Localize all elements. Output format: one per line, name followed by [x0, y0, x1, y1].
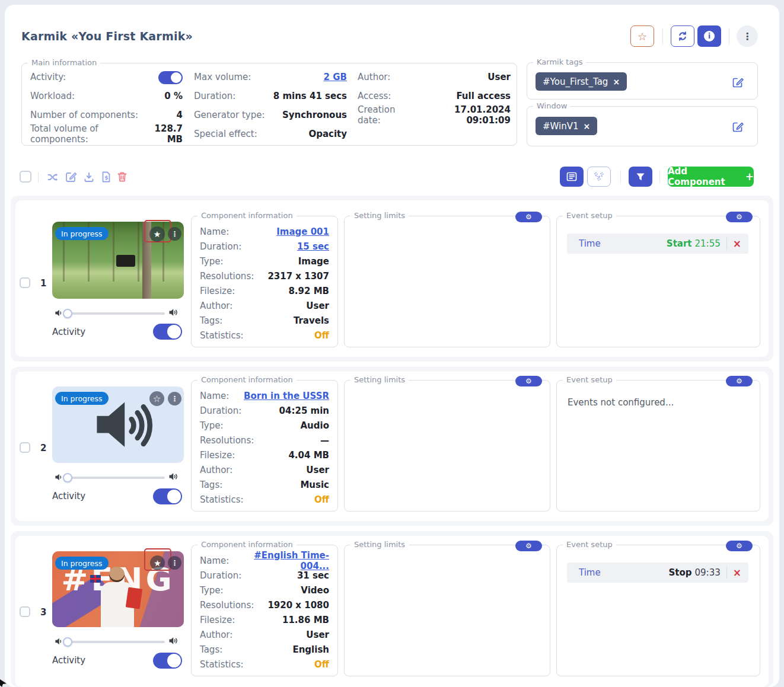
workload-label: Workload:: [30, 91, 75, 101]
volume-slider-knob[interactable]: [63, 473, 72, 483]
status-badge: In progress: [55, 557, 109, 570]
tree-view-button[interactable]: [587, 167, 611, 187]
gear-icon: ⚙: [525, 377, 532, 385]
event-settings-button[interactable]: ⚙: [726, 376, 753, 386]
filter-button[interactable]: [629, 167, 652, 187]
edit-window-icon[interactable]: [732, 121, 744, 133]
component-activity-toggle[interactable]: [153, 488, 182, 504]
divider: [38, 172, 39, 183]
divider: [726, 567, 727, 579]
person-head: [109, 567, 125, 582]
thumb-menu-icon[interactable]: ⋮: [168, 392, 181, 405]
row-checkbox[interactable]: [20, 606, 30, 617]
event-name[interactable]: Time: [579, 238, 601, 249]
name-label: Name:: [200, 391, 229, 401]
favorite-star-icon[interactable]: ☆: [149, 391, 164, 406]
volume-slider[interactable]: [65, 312, 165, 315]
name-label: Name:: [200, 226, 229, 237]
limits-settings-button[interactable]: ⚙: [515, 212, 542, 222]
star-glyph: ★: [154, 558, 161, 568]
volume-slider-knob[interactable]: [63, 637, 72, 647]
more-menu-button[interactable]: ⋮: [737, 25, 758, 47]
gear-icon: ⚙: [525, 542, 532, 550]
duration-label: Duration:: [200, 241, 241, 252]
activity-label: Activity: [52, 327, 85, 337]
favorite-star-icon[interactable]: ★: [150, 555, 165, 570]
list-view-icon: [566, 171, 577, 182]
duration-value: 8 mins 41 secs: [273, 91, 347, 101]
limits-settings-button[interactable]: ⚙: [515, 541, 542, 551]
statistics-label: Statistics:: [200, 659, 244, 670]
row-index: 2: [40, 443, 46, 453]
remove-tag-icon[interactable]: ×: [613, 77, 620, 87]
volume-slider[interactable]: [65, 477, 165, 479]
statistics-label: Statistics:: [200, 330, 244, 341]
file-invoice-icon[interactable]: $: [101, 171, 111, 183]
svg-text:$: $: [104, 175, 108, 181]
max-volume-link[interactable]: 2 GB: [324, 72, 347, 82]
favorite-button[interactable]: ☆: [630, 25, 654, 47]
shuffle-icon[interactable]: [47, 172, 58, 183]
remove-window-tag-icon[interactable]: ×: [584, 122, 591, 131]
refresh-button[interactable]: [671, 25, 694, 47]
components-count-value: 4: [177, 110, 183, 120]
special-effect-label: Special effect:: [194, 129, 257, 139]
activity-toggle[interactable]: [158, 71, 183, 84]
tags-value: English: [292, 644, 329, 655]
window-box: Window #WinV1 ×: [527, 106, 758, 146]
row-checkbox[interactable]: [20, 442, 30, 453]
author-value: User: [306, 630, 329, 640]
divider: [726, 238, 727, 250]
edit-icon[interactable]: [65, 171, 77, 183]
divider: [659, 170, 660, 183]
list-view-button[interactable]: [560, 167, 584, 187]
duration-label: Duration:: [194, 91, 235, 101]
volume-high-icon: [168, 471, 179, 482]
star-glyph: ★: [154, 229, 161, 239]
statistics-value: Off: [314, 659, 329, 670]
event-settings-button[interactable]: ⚙: [726, 212, 753, 222]
duration-value: 31 sec: [297, 570, 329, 581]
divider: [662, 28, 663, 44]
limits-settings-button[interactable]: ⚙: [515, 376, 542, 386]
add-component-button[interactable]: Add Component +: [668, 167, 754, 187]
author-label: Author:: [200, 465, 232, 475]
component-activity-toggle[interactable]: [153, 653, 182, 669]
remove-event-icon[interactable]: ×: [733, 238, 741, 250]
component-info-box: Component information Name:#English Time…: [191, 545, 338, 676]
info-button[interactable]: i: [697, 25, 721, 47]
workload-value: 0 %: [164, 91, 183, 101]
component-activity-toggle[interactable]: [153, 324, 182, 340]
select-all-checkbox[interactable]: [20, 171, 31, 183]
thumb-menu-icon[interactable]: ⋮: [168, 556, 181, 570]
component-name-link[interactable]: Image 001: [276, 226, 329, 237]
duration-link[interactable]: 15 sec: [297, 241, 329, 252]
download-icon[interactable]: [84, 172, 94, 183]
type-value: Video: [301, 585, 329, 596]
event-name[interactable]: Time: [579, 567, 601, 578]
event-settings-button[interactable]: ⚙: [726, 541, 753, 551]
remove-event-icon[interactable]: ×: [733, 567, 741, 579]
event-row[interactable]: Time Stop 09:33 ×: [567, 563, 748, 583]
row-checkbox[interactable]: [20, 277, 30, 288]
type-label: Type:: [200, 256, 224, 267]
activity-label: Activity: [52, 491, 85, 501]
statistics-value: Off: [314, 330, 329, 341]
events-empty-text: Events not configured...: [568, 397, 674, 408]
kebab-icon: ⋮: [742, 31, 752, 42]
add-component-label: Add Component: [668, 166, 741, 187]
edit-tags-icon[interactable]: [732, 76, 744, 88]
tags-label: Tags:: [200, 644, 222, 655]
volume-slider[interactable]: [65, 641, 165, 643]
author-label: Author:: [358, 72, 390, 82]
activity-label: Activity:: [30, 72, 66, 82]
volume-slider-knob[interactable]: [63, 309, 72, 318]
trash-icon[interactable]: [117, 171, 128, 183]
star-icon: ☆: [638, 30, 647, 43]
thumb-menu-icon[interactable]: ⋮: [168, 227, 181, 241]
event-row[interactable]: Time Start 21:55 ×: [567, 234, 748, 254]
divider: [729, 28, 729, 44]
gear-icon: ⚙: [736, 542, 742, 550]
component-name-link[interactable]: Born in the USSR: [244, 391, 329, 401]
favorite-star-icon[interactable]: ★: [149, 226, 165, 242]
